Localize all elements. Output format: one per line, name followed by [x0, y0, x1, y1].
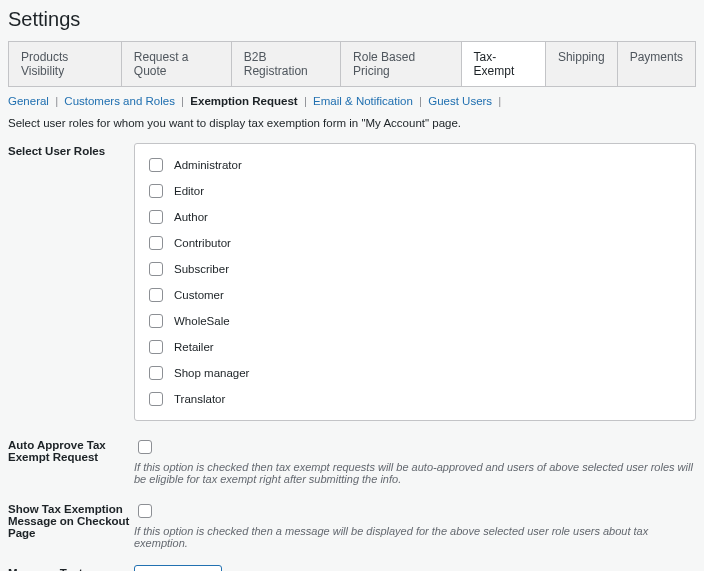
role-label: Translator — [174, 393, 225, 405]
label-auto-approve: Auto Approve Tax Exempt Request — [8, 437, 134, 463]
page-title: Settings — [8, 8, 696, 31]
separator: | — [419, 95, 422, 107]
tab-tax-exempt[interactable]: Tax-Exempt — [462, 42, 546, 86]
role-item: Shop manager — [145, 360, 685, 386]
user-roles-box: AdministratorEditorAuthorContributorSubs… — [134, 143, 696, 421]
role-item: Author — [145, 204, 685, 230]
subnav-email-notification[interactable]: Email & Notification — [313, 95, 413, 107]
role-checkbox[interactable] — [149, 262, 163, 276]
help-show-exemption: If this option is checked then a message… — [134, 525, 696, 549]
role-checkbox[interactable] — [149, 236, 163, 250]
role-checkbox[interactable] — [149, 158, 163, 172]
role-label: WholeSale — [174, 315, 230, 327]
role-checkbox[interactable] — [149, 366, 163, 380]
tab-request-quote[interactable]: Request a Quote — [122, 42, 232, 86]
label-message-text: Message Text — [8, 565, 134, 571]
subnav-customers-roles[interactable]: Customers and Roles — [64, 95, 175, 107]
separator: | — [304, 95, 307, 107]
subnav-general[interactable]: General — [8, 95, 49, 107]
role-item: Retailer — [145, 334, 685, 360]
tab-role-pricing[interactable]: Role Based Pricing — [341, 42, 462, 86]
role-checkbox[interactable] — [149, 392, 163, 406]
role-item: Contributor — [145, 230, 685, 256]
role-label: Administrator — [174, 159, 242, 171]
help-auto-approve: If this option is checked then tax exemp… — [134, 461, 696, 485]
show-exemption-checkbox[interactable] — [138, 504, 152, 518]
role-label: Author — [174, 211, 208, 223]
tab-b2b-registration[interactable]: B2B Registration — [232, 42, 341, 86]
role-item: Administrator — [145, 152, 685, 178]
role-label: Customer — [174, 289, 224, 301]
sub-navigation: General | Customers and Roles | Exemptio… — [8, 95, 696, 107]
separator: | — [181, 95, 184, 107]
role-checkbox[interactable] — [149, 210, 163, 224]
section-description: Select user roles for whom you want to d… — [8, 117, 696, 129]
role-item: Translator — [145, 386, 685, 412]
tab-payments[interactable]: Payments — [618, 42, 695, 86]
separator: | — [498, 95, 501, 107]
role-checkbox[interactable] — [149, 314, 163, 328]
role-label: Retailer — [174, 341, 214, 353]
add-media-button[interactable]: Add Media — [134, 565, 222, 571]
role-item: WholeSale — [145, 308, 685, 334]
role-checkbox[interactable] — [149, 340, 163, 354]
role-label: Editor — [174, 185, 204, 197]
role-checkbox[interactable] — [149, 184, 163, 198]
role-checkbox[interactable] — [149, 288, 163, 302]
role-label: Contributor — [174, 237, 231, 249]
role-item: Customer — [145, 282, 685, 308]
role-item: Editor — [145, 178, 685, 204]
label-show-exemption-msg: Show Tax Exemption Message on Checkout P… — [8, 501, 134, 539]
primary-tabs: Products Visibility Request a Quote B2B … — [8, 41, 696, 87]
role-item: Subscriber — [145, 256, 685, 282]
role-label: Subscriber — [174, 263, 229, 275]
tab-products-visibility[interactable]: Products Visibility — [9, 42, 122, 86]
label-select-user-roles: Select User Roles — [8, 143, 134, 157]
auto-approve-checkbox[interactable] — [138, 440, 152, 454]
tab-shipping[interactable]: Shipping — [546, 42, 618, 86]
subnav-exemption-request[interactable]: Exemption Request — [190, 95, 297, 107]
subnav-guest-users[interactable]: Guest Users — [428, 95, 492, 107]
separator: | — [55, 95, 58, 107]
role-label: Shop manager — [174, 367, 249, 379]
